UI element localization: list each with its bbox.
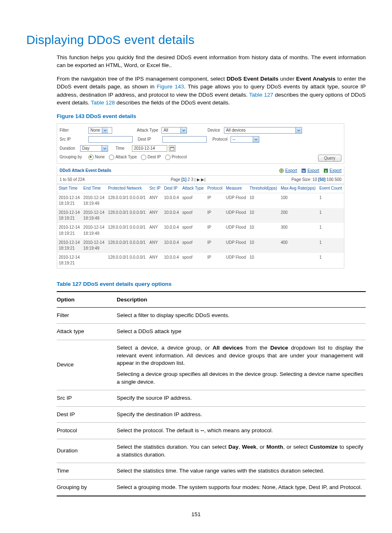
chevron-down-icon <box>180 127 187 133</box>
chevron-down-icon <box>253 137 259 142</box>
time-input[interactable]: 2010-12-14 <box>132 145 167 152</box>
column-header: Event Count <box>318 184 344 193</box>
excel-icon: X <box>323 168 328 173</box>
table-row: 2010-12-1418:19:212010-12-1418:19:49128.… <box>57 238 344 253</box>
globe-icon <box>279 168 284 173</box>
intro-paragraph-1: This function helps you quickly find the… <box>57 53 366 69</box>
chevron-down-icon <box>102 127 108 133</box>
filter-panel: Filter None Attack Type All Device All d… <box>57 123 344 164</box>
column-header: Protocol <box>206 184 224 193</box>
page-number: 151 <box>26 511 366 517</box>
grouping-label: Grouping by <box>60 154 88 160</box>
svg-text:W: W <box>302 169 305 173</box>
filter-select[interactable]: None <box>88 127 112 134</box>
ddos-details-panel: DDoS Attack Event Details Export W Expor… <box>57 166 344 268</box>
ddos-event-details-screenshot: Filter None Attack Type All Device All d… <box>57 123 344 268</box>
attack-type-label: Attack Type <box>137 127 161 133</box>
table127-link[interactable]: Table 127 <box>249 92 273 98</box>
svg-rect-1 <box>171 147 174 148</box>
srcip-label: Src IP <box>60 137 88 142</box>
table-row: 2010-12-1418:19:212010-12-1418:19:49128.… <box>57 223 344 238</box>
ddos-events-table: Start TimeEnd TimeProtected NetworkSrc I… <box>57 184 344 268</box>
grouping-attacktype-radio[interactable] <box>109 155 114 160</box>
export-excel-link[interactable]: X Export <box>323 168 341 174</box>
col-option: Option <box>57 292 117 308</box>
table-row: 2010-12-1418:19:212010-12-1418:19:49128.… <box>57 193 344 208</box>
table-row: Grouping bySelect a grouping mode. The s… <box>57 479 366 496</box>
destip-label: Dest IP <box>138 137 162 142</box>
grouping-destip-radio[interactable] <box>141 155 146 160</box>
word-icon: W <box>301 168 306 173</box>
table-row: Src IPSpecify the source IP address. <box>57 390 366 407</box>
export-word-link[interactable]: W Export <box>301 168 319 174</box>
column-header: Src IP <box>148 184 163 193</box>
table-row: 2010-12-1418:19:212010-12-1418:19:49128.… <box>57 208 344 223</box>
export-links: Export W Export X Export <box>279 168 341 174</box>
table128-link[interactable]: Table 128 <box>91 100 115 106</box>
column-header: Attack Type <box>181 184 206 193</box>
table127-caption: Table 127 DDoS event details query optio… <box>57 280 366 288</box>
table-row: ProtocolSelect the protocol. The default… <box>57 423 366 439</box>
col-description: Description <box>117 292 366 308</box>
device-select[interactable]: All devices <box>224 127 302 134</box>
destip-input[interactable] <box>162 136 207 143</box>
figure-caption: Figure 143 DDoS event details <box>57 112 366 120</box>
srcip-input[interactable] <box>88 136 133 143</box>
table-row: Dest IPSpecify the destination IP addres… <box>57 406 366 423</box>
column-header: Dest IP <box>162 184 181 193</box>
grouping-none-radio[interactable] <box>88 155 94 160</box>
svg-text:X: X <box>325 169 327 173</box>
table-row: FilterSelect a filter to display specifi… <box>57 307 366 324</box>
table-row: Attack typeSelect a DDoS attack type <box>57 324 366 340</box>
attack-type-select[interactable]: All <box>161 127 187 134</box>
table127: Option Description FilterSelect a filter… <box>57 291 366 496</box>
table-row: DeviceSelect a device, a device group, o… <box>57 340 366 390</box>
chevron-down-icon <box>101 146 108 151</box>
protocol-label: Protocol <box>212 137 231 142</box>
column-header: Protected Network <box>106 184 148 193</box>
record-count: 1 to 50 of 224 <box>60 177 85 183</box>
query-button[interactable]: Query <box>318 155 341 162</box>
table-row: 2010-12-1418:19:21128.0.0.0/1 0.0.0.0/1A… <box>57 253 344 268</box>
chevron-down-icon <box>295 127 302 133</box>
filter-label: Filter <box>60 127 88 133</box>
export-html-link[interactable]: Export <box>279 168 297 174</box>
table-row: TimeSelect the statistics time. The valu… <box>57 463 366 480</box>
duration-label: Duration <box>60 146 80 151</box>
figure-link[interactable]: Figure 143 <box>157 83 184 90</box>
column-header: Threshold(pps) <box>248 184 279 193</box>
intro-paragraph-2: From the navigation tree of the IPS mana… <box>57 75 366 107</box>
details-title: DDoS Attack Event Details <box>60 168 111 174</box>
time-label: Time <box>115 146 132 151</box>
protocol-select[interactable]: -- <box>231 136 259 143</box>
pager[interactable]: Page [1] 2 3 | ▶ ▶| <box>171 177 205 183</box>
duration-select[interactable]: Day <box>80 145 108 152</box>
page-size[interactable]: Page Size: 10 [50] 100 500 <box>291 177 341 183</box>
column-header: End Time <box>82 184 106 193</box>
column-header: Measure <box>224 184 248 193</box>
calendar-icon[interactable] <box>169 145 175 152</box>
grouping-protocol-radio[interactable] <box>165 155 171 160</box>
column-header: Max Avg Rate(pps) <box>279 184 318 193</box>
page-title: Displaying DDoS event details <box>26 33 366 47</box>
table-row: DurationSelect the statistics duration. … <box>57 439 366 463</box>
column-header: Start Time <box>57 184 82 193</box>
device-label: Device <box>208 127 224 133</box>
